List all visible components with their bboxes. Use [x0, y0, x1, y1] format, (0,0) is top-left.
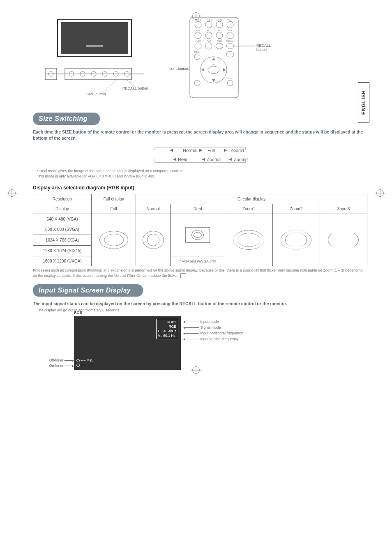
svg-point-27: [226, 43, 234, 49]
real-mode-footnote: * Real mode gives the image of the same …: [33, 168, 367, 179]
svg-marker-48: [201, 68, 204, 71]
res-sxga: 1280 X 1024 (SXGA): [33, 245, 92, 256]
svg-text:PinP: PinP: [207, 40, 211, 42]
info-v-freq: V : 60.1 Hz: [158, 334, 176, 338]
th-full-display: Full display: [91, 194, 136, 204]
svg-point-51: [227, 80, 233, 86]
callout-input-mode: Input mode: [183, 320, 219, 324]
zoom2-oval-icon: [281, 230, 311, 250]
svg-point-22: [216, 32, 223, 39]
svg-point-16: [195, 21, 201, 28]
svg-text:AV3: AV3: [217, 29, 221, 32]
rgb-info-box: RGB2 RGB H : 48.4kHz V : 60.1 Hz: [156, 319, 178, 339]
svg-rect-1: [61, 22, 128, 54]
cell-zoom1: [225, 214, 272, 266]
real-box-icon: [185, 227, 210, 243]
svg-text:VOL –: VOL –: [227, 18, 233, 21]
svg-marker-55: [170, 149, 173, 152]
res-xga: 1024 X 768 (XGA): [33, 235, 92, 246]
svg-marker-47: [212, 79, 215, 82]
language-tab: ENGLISH: [358, 82, 369, 122]
size-switching-lead: Each time the SIZE button of the remote …: [33, 129, 367, 141]
svg-text:Zoom3: Zoom3: [207, 157, 221, 162]
svg-text:Zoom1: Zoom1: [231, 148, 244, 153]
svg-point-18: [216, 21, 223, 28]
svg-marker-49: [223, 68, 226, 71]
th-circular-display: Circular display: [136, 194, 367, 204]
size-button-label-remote: SIZE button: [151, 67, 188, 71]
svg-point-19: [227, 21, 233, 28]
monitor-diagram: RECALL button SIZE button: [33, 16, 156, 94]
svg-point-21: [205, 32, 212, 39]
registration-mark-right: [376, 189, 384, 197]
th-zoom1: Zoom1: [225, 204, 272, 214]
svg-point-24: [195, 43, 201, 49]
timer-off-row: – – Min.: [76, 358, 93, 363]
recall-button-label-remote: RECALL button: [256, 44, 271, 52]
svg-text:OK: OK: [212, 63, 215, 66]
input-signal-lead: The input signal status can be displayed…: [33, 301, 367, 307]
timer-on-row: – – : – –: [76, 363, 93, 367]
th-resolution: Resolution: [33, 194, 92, 204]
page-reference-icon: [180, 273, 186, 278]
zoom3-oval-icon: [328, 230, 359, 250]
info-h-freq: H : 48.4kHz: [158, 329, 176, 334]
res-svga: 800 X 600 (SVGA): [33, 224, 92, 235]
svg-point-40: [226, 51, 234, 57]
svg-text:SIZE: SIZE: [217, 40, 222, 42]
cell-normal: [136, 214, 171, 266]
cell-real: [171, 214, 225, 256]
rgb-screen: RGB2 RGB H : 48.4kHz V : 60.1 Hz – – Min…: [74, 316, 181, 370]
svg-point-17: [205, 21, 212, 28]
rgb-title: RGB: [74, 311, 82, 315]
svg-point-44: [208, 66, 219, 74]
cell-full: [91, 214, 136, 266]
th-display: Display: [33, 204, 92, 214]
size-switching-heading: Size Switching: [33, 113, 100, 125]
th-zoom2: Zoom2: [272, 204, 320, 214]
cell-zoom2: [272, 214, 320, 266]
registration-mark-left: [8, 189, 16, 197]
svg-rect-2: [86, 45, 103, 47]
th-normal: Normal: [136, 204, 171, 214]
diagram-row: RECALL button SIZE button RGB 1RGB 2MUTE…: [33, 16, 367, 99]
callout-on-timer: On-timer: [44, 364, 74, 368]
input-signal-subline: The display will go out in approximately…: [37, 308, 367, 313]
svg-point-23: [227, 32, 233, 39]
svg-point-25: [205, 43, 212, 49]
callout-signal-mode: Signal mode: [183, 325, 221, 329]
cycle-diagram: Normal Full Zoom1 Real Zoom3 Zoom2: [33, 145, 367, 165]
callout-off-timer: Off-timer: [44, 358, 74, 362]
cell-real-note: * VGA and W-VGA only: [171, 256, 225, 266]
svg-line-14: [103, 80, 116, 93]
table-header-2: Display Full Normal Real Zoom1 Zoom2 Zoo…: [33, 204, 367, 214]
recall-button-label-monitor: RECALL button: [122, 86, 148, 90]
svg-point-41: [194, 54, 200, 60]
svg-point-20: [195, 32, 201, 39]
svg-text:AUTO: AUTO: [195, 40, 201, 42]
clock-on-icon: [76, 364, 80, 367]
svg-marker-46: [212, 58, 215, 60]
svg-point-50: [194, 80, 200, 86]
info-signal-mode: RGB: [158, 325, 176, 329]
svg-marker-56: [199, 149, 203, 152]
remote-diagram: RGB 1RGB 2MUTEVOL – AV1AV2AV3AV4 AUTOPin…: [173, 16, 259, 99]
svg-text:Real: Real: [178, 157, 187, 162]
svg-marker-57: [224, 149, 227, 152]
table-row: 640 X 480 (VGA): [33, 214, 367, 224]
size-button-label-monitor: SIZE button: [86, 92, 106, 96]
svg-text:AV2: AV2: [207, 29, 210, 32]
th-full: Full: [91, 204, 136, 214]
res-uxga: 1600 X 1200 (UXGA): [33, 256, 92, 266]
cell-zoom3: [320, 214, 367, 266]
svg-text:RGB 2: RGB 2: [205, 18, 212, 21]
footnote-line-1: * Real mode gives the image of the same …: [37, 168, 367, 174]
th-zoom3: Zoom3: [320, 204, 367, 214]
footnote-line-2: This mode is only available for VGA (640…: [37, 174, 367, 179]
svg-text:Normal: Normal: [183, 148, 197, 153]
svg-text:RGB 1: RGB 1: [195, 18, 201, 21]
info-input-mode: RGB2: [158, 320, 176, 325]
svg-text:MENU: MENU: [194, 51, 201, 53]
svg-text:AV4: AV4: [228, 29, 232, 32]
callout-v-freq: Input vertical frequency: [183, 337, 239, 341]
